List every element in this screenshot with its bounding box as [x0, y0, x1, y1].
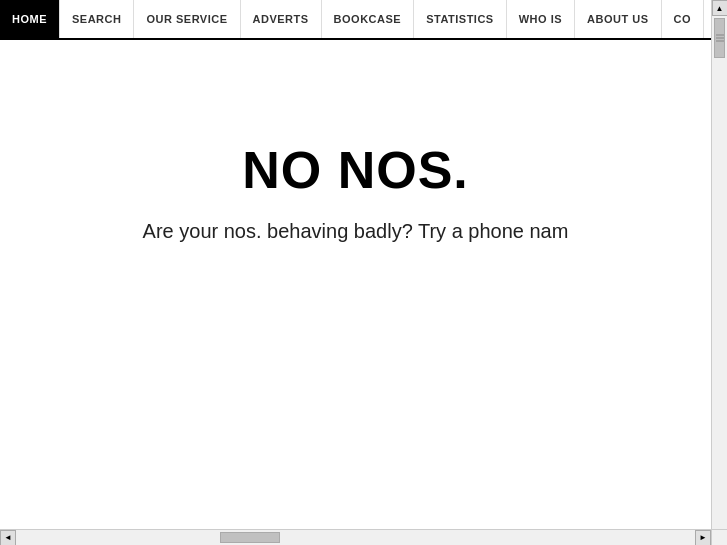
scroll-grip-right	[715, 35, 724, 42]
scrollbar-right: ▲ ▼	[711, 0, 727, 545]
scroll-track-right[interactable]	[712, 16, 727, 529]
nav-item-our-service[interactable]: OUR SERVICE	[134, 0, 240, 38]
scrollbar-bottom: ◄ ►	[0, 529, 711, 545]
navbar: HOMESEARCHOUR SERVICEADVERTSBOOKCASESTAT…	[0, 0, 711, 40]
main-area: HOMESEARCHOUR SERVICEADVERTSBOOKCASESTAT…	[0, 0, 711, 529]
main-heading: NO NOS.	[242, 140, 469, 200]
scroll-thumb-bottom[interactable]	[220, 532, 280, 543]
nav-item-about-us[interactable]: ABOUT US	[575, 0, 661, 38]
nav-item-home[interactable]: HOME	[0, 0, 60, 38]
sub-heading: Are your nos. behaving badly? Try a phon…	[143, 220, 569, 243]
nav-item-search[interactable]: SEARCH	[60, 0, 134, 38]
scroll-right-button[interactable]: ►	[695, 530, 711, 546]
nav-item-statistics[interactable]: STATISTICS	[414, 0, 507, 38]
grip-line-1	[716, 35, 724, 36]
scroll-left-button[interactable]: ◄	[0, 530, 16, 546]
nav-item-adverts[interactable]: ADVERTS	[241, 0, 322, 38]
nav-item-who-is[interactable]: WHO IS	[507, 0, 575, 38]
grip-line-2	[716, 38, 724, 39]
scrollbar-corner	[711, 529, 727, 545]
grip-line-3	[716, 41, 724, 42]
scroll-track-bottom[interactable]	[16, 530, 695, 545]
scroll-thumb-right[interactable]	[714, 18, 725, 58]
scroll-up-button[interactable]: ▲	[712, 0, 728, 16]
nav-item-bookcase[interactable]: BOOKCASE	[322, 0, 415, 38]
nav-item-co[interactable]: CO	[662, 0, 705, 38]
page-content: NO NOS. Are your nos. behaving badly? Tr…	[0, 40, 711, 243]
